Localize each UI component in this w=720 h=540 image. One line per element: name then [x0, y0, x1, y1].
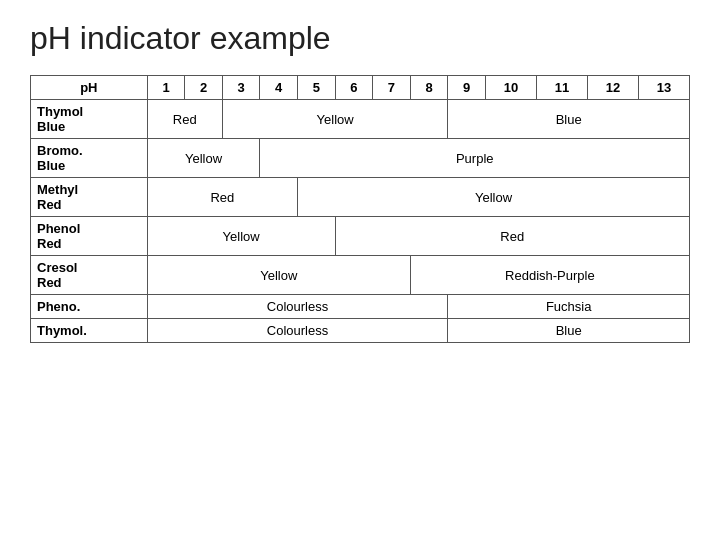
header-8: 8 [410, 76, 448, 100]
page-title: pH indicator example [30, 20, 690, 57]
color-cell: Fuchsia [448, 295, 690, 319]
color-cell: Yellow [298, 178, 690, 217]
indicator-label: Pheno. [31, 295, 148, 319]
color-cell: Red [335, 217, 689, 256]
header-5: 5 [298, 76, 336, 100]
color-cell: Purple [260, 139, 690, 178]
table-row: Pheno. Colourless Fuchsia [31, 295, 690, 319]
color-cell: Red [147, 178, 297, 217]
header-9: 9 [448, 76, 486, 100]
header-3: 3 [222, 76, 260, 100]
color-cell: Colourless [147, 295, 448, 319]
header-11: 11 [536, 76, 587, 100]
header-13: 13 [638, 76, 689, 100]
header-4: 4 [260, 76, 298, 100]
table-row: Bromo.Blue Yellow Purple [31, 139, 690, 178]
color-cell: Colourless [147, 319, 448, 343]
table-row: CresolRed Yellow Reddish-Purple [31, 256, 690, 295]
header-12: 12 [587, 76, 638, 100]
color-cell: Blue [448, 100, 690, 139]
table-header-row: pH 1 2 3 4 5 6 7 8 9 10 11 12 13 [31, 76, 690, 100]
color-cell: Red [147, 100, 222, 139]
indicator-label: Thymol. [31, 319, 148, 343]
color-cell: Blue [448, 319, 690, 343]
color-cell: Yellow [147, 217, 335, 256]
header-ph: pH [31, 76, 148, 100]
indicator-label: PhenolRed [31, 217, 148, 256]
indicator-label: MethylRed [31, 178, 148, 217]
color-cell: Yellow [147, 256, 410, 295]
indicator-label: CresolRed [31, 256, 148, 295]
header-6: 6 [335, 76, 373, 100]
indicator-label: Bromo.Blue [31, 139, 148, 178]
page: pH indicator example pH 1 2 3 4 5 6 7 8 … [0, 0, 720, 363]
table-row: PhenolRed Yellow Red [31, 217, 690, 256]
header-1: 1 [147, 76, 185, 100]
header-10: 10 [485, 76, 536, 100]
table-row: MethylRed Red Yellow [31, 178, 690, 217]
ph-indicator-table: pH 1 2 3 4 5 6 7 8 9 10 11 12 13 ThymolB… [30, 75, 690, 343]
header-2: 2 [185, 76, 223, 100]
indicator-label: ThymolBlue [31, 100, 148, 139]
header-7: 7 [373, 76, 411, 100]
color-cell: Reddish-Purple [410, 256, 689, 295]
color-cell: Yellow [147, 139, 260, 178]
table-row: Thymol. Colourless Blue [31, 319, 690, 343]
table-row: ThymolBlue Red Yellow Blue [31, 100, 690, 139]
color-cell: Yellow [222, 100, 447, 139]
